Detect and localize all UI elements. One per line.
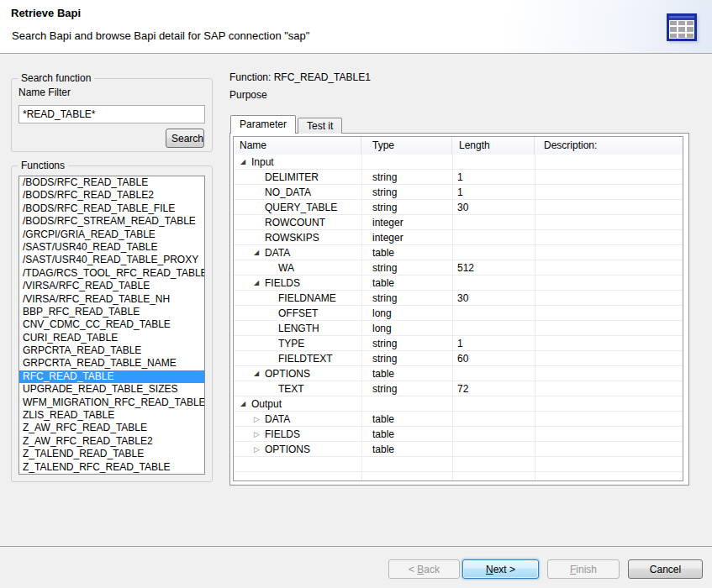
param-type-cell: table (361, 442, 452, 457)
function-list-item[interactable]: GRPCRTA_READ_TABLE (19, 344, 204, 357)
param-type-cell: table (361, 427, 452, 442)
param-name-text: NO_DATA (265, 186, 311, 198)
param-description-cell (535, 170, 683, 185)
tree-toggle-icon[interactable] (254, 276, 265, 291)
function-list-item[interactable]: BBP_RFC_READ_TABLE (19, 306, 204, 318)
function-list-item[interactable]: /GRCPI/GRIA_READ_TABLE (19, 228, 204, 241)
tree-toggle-icon[interactable] (240, 396, 251, 412)
tab-parameter[interactable]: Parameter (230, 115, 296, 134)
function-list-item[interactable]: /VIRSA/RFC_READ_TABLE (19, 280, 204, 292)
tree-toggle-icon[interactable] (240, 155, 251, 170)
column-header-name[interactable]: Name (234, 137, 361, 155)
parameter-row[interactable]: DELIMITER string 1 (234, 170, 683, 185)
parameter-row[interactable]: Output (234, 396, 683, 412)
parameter-row[interactable]: OFFSET long (234, 306, 683, 321)
function-list-item[interactable]: /BODS/RFC_STREAM_READ_TABLE (19, 215, 204, 228)
wizard-header: Retrieve Bapi Search Bapi and browse Bap… (0, 0, 712, 54)
parameter-row[interactable]: DATA table (234, 412, 683, 427)
tree-toggle-icon[interactable] (254, 412, 265, 427)
tree-toggle-icon[interactable] (254, 427, 265, 442)
function-list-item[interactable]: CNV_CDMC_CC_READ_TABLE (19, 318, 204, 331)
function-list-item[interactable]: /BODS/RFC_READ_TABLE_FILE (19, 202, 204, 215)
param-length-cell (452, 412, 535, 427)
parameter-row[interactable]: OPTIONS table (234, 366, 683, 381)
param-type-cell: string (361, 200, 452, 215)
detail-tabstrip: Parameter Test it (230, 115, 342, 134)
param-name-text: ROWCOUNT (265, 217, 325, 228)
function-list-item[interactable]: ZLIS_READ_TABLE (19, 409, 204, 422)
param-type-cell: string (361, 260, 452, 276)
parameter-row[interactable]: ROWCOUNT integer (234, 215, 683, 230)
param-name-text: TYPE (278, 338, 304, 349)
function-list-item[interactable]: GRPCRTA_READ_TABLE_NAME (19, 357, 204, 370)
parameter-row[interactable]: LENGTH long (234, 321, 683, 336)
search-function-group: Search function Name Filter Search (11, 78, 213, 152)
footer-separator (0, 546, 712, 548)
param-name-cell: WA (234, 260, 361, 276)
function-list-item[interactable]: /BODS/RFC_READ_TABLE2 (19, 189, 204, 202)
function-list-item[interactable]: WFM_MIGRATION_RFC_READ_TABLE (19, 396, 204, 409)
param-length-cell: 1 (452, 336, 535, 351)
function-list-item[interactable]: /SAST/USR40_READ_TABLE (19, 241, 204, 254)
parameter-row[interactable]: Input (234, 155, 683, 170)
parameter-row[interactable]: QUERY_TABLE string 30 (234, 200, 683, 215)
functions-list[interactable]: /BODS/RFC_READ_TABLE /BODS/RFC_READ_TABL… (18, 176, 205, 475)
function-list-item[interactable]: Z_AW_RFC_READ_TABLE2 (19, 435, 204, 448)
param-type-cell: table (361, 412, 452, 427)
param-length-cell (452, 442, 535, 457)
parameter-row[interactable]: DATA table (234, 245, 683, 260)
function-list-item[interactable]: CURI_READ_TABLE (19, 332, 204, 344)
tree-toggle-icon[interactable] (254, 245, 265, 260)
function-list-item[interactable]: Z_TALEND_RFC_READ_TABLE (19, 461, 204, 474)
parameter-row[interactable]: WA string 512 (234, 260, 683, 276)
function-list-item[interactable]: /SAST/USR40_READ_TABLE_PROXY (19, 254, 204, 266)
tree-toggle-icon[interactable] (254, 442, 265, 457)
parameter-row[interactable]: NO_DATA string 1 (234, 185, 683, 200)
param-length-cell (452, 245, 535, 260)
next-button[interactable]: Next > (462, 559, 539, 579)
param-type-cell: table (361, 366, 452, 381)
param-description-cell (535, 336, 683, 351)
param-name-text: QUERY_TABLE (265, 202, 337, 213)
param-name-cell: DATA (234, 412, 361, 427)
function-list-item[interactable]: Z_TALEND_READ_TABLE (19, 448, 204, 460)
column-header-length[interactable]: Length (452, 137, 535, 155)
cancel-button[interactable]: Cancel (628, 559, 703, 579)
param-description-cell (535, 321, 683, 336)
param-name-cell: TYPE (234, 336, 361, 351)
search-button[interactable]: Search (166, 129, 204, 148)
parameter-row[interactable]: FIELDS table (234, 276, 683, 291)
column-header-description[interactable]: Description: (535, 137, 683, 155)
name-filter-input[interactable] (18, 105, 205, 123)
function-list-item[interactable]: UPGRADE_READ_TABLE_SIZES (19, 383, 204, 396)
function-list-item[interactable]: /VIRSA/RFC_READ_TABLE_NH (19, 293, 204, 306)
function-list-item[interactable]: /TDAG/RCS_TOOL_RFC_READ_TABLE (19, 267, 204, 280)
parameter-row[interactable]: TYPE string 1 (234, 336, 683, 351)
param-length-cell (452, 215, 535, 230)
function-list-item[interactable]: RFC_READ_TABLE (19, 370, 204, 383)
param-name-cell: FIELDTEXT (234, 351, 361, 366)
tab-test-it[interactable]: Test it (298, 118, 342, 134)
parameter-row[interactable]: FIELDNAME string 30 (234, 291, 683, 306)
function-list-item[interactable]: /BODS/RFC_READ_TABLE (19, 176, 204, 189)
param-type-cell: string (361, 291, 452, 306)
tree-toggle-icon[interactable] (254, 366, 265, 381)
parameter-row[interactable]: OPTIONS table (234, 442, 683, 457)
param-description-cell (535, 230, 683, 245)
param-name-text: FIELDS (265, 428, 300, 440)
parameter-row[interactable]: FIELDTEXT string 60 (234, 351, 683, 366)
icon-grid-cells (670, 21, 694, 38)
param-type-cell: table (361, 245, 452, 260)
function-list-item[interactable]: Z_AW_RFC_READ_TABLE (19, 422, 204, 434)
param-type-cell: integer (361, 230, 452, 245)
param-description-cell (535, 155, 683, 170)
parameter-row[interactable]: ROWSKIPS integer (234, 230, 683, 245)
column-header-type[interactable]: Type (361, 137, 452, 155)
param-type-cell: string (361, 336, 452, 351)
parameter-row[interactable]: TEXT string 72 (234, 381, 683, 396)
param-length-cell: 1 (452, 185, 535, 200)
param-name-cell: QUERY_TABLE (234, 200, 361, 215)
parameter-table-header: Name Type Length Description: (234, 137, 683, 155)
param-type-cell: long (361, 321, 452, 336)
parameter-row[interactable]: FIELDS table (234, 427, 683, 442)
